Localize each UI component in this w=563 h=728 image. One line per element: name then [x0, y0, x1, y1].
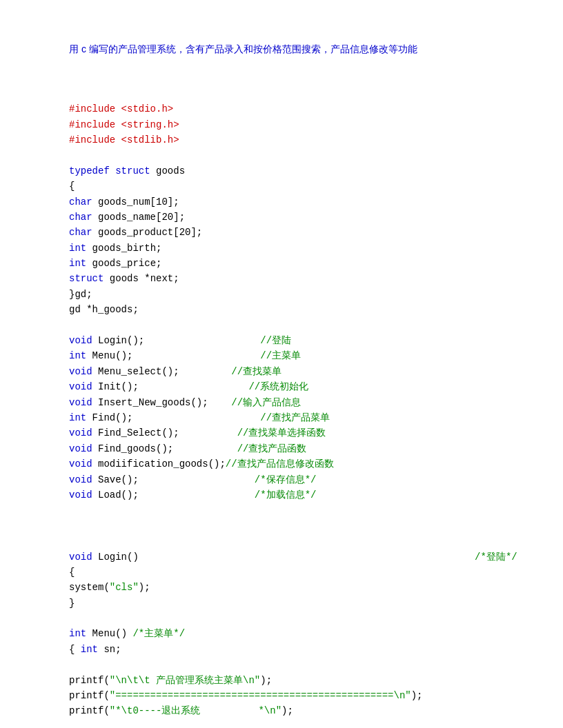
menu-sig: int Menu() /*主菜单*/	[69, 628, 185, 639]
include-1: #include <stdio.h>	[69, 103, 173, 114]
login-system: system("cls");	[69, 582, 150, 593]
login-func-sig: void Login() /*登陆*/	[69, 552, 517, 563]
void-login-decl: void Login(); //登陆	[69, 335, 291, 346]
typedef-line: typedef struct goods	[69, 165, 185, 176]
printf-3: printf("*\t0----退出系统 *\n");	[69, 705, 293, 716]
goods-num: char goods_num[10];	[69, 196, 179, 208]
void-find-goods-decl: void Find_goods(); //查找产品函数	[69, 443, 306, 454]
description: 用 c 编写的产品管理系统，含有产品录入和按价格范围搜索，产品信息修改等功能	[69, 41, 522, 57]
brace-open: {	[69, 181, 75, 192]
goods-product: char goods_product[20];	[69, 227, 202, 238]
login-brace: {	[69, 567, 75, 578]
include-2: #include <string.h>	[69, 119, 179, 130]
goods-price: int goods_price;	[69, 258, 161, 269]
login-close: }	[69, 598, 75, 609]
code-container: #include <stdio.h> #include <string.h> #…	[69, 70, 522, 718]
printf-1: printf("\n\t\t 产品管理系统主菜单\n");	[69, 675, 272, 686]
goods-name: char goods_name[20];	[69, 212, 185, 223]
include-3: #include <stdlib.h>	[69, 134, 179, 145]
goods-next: struct goods *next;	[69, 273, 179, 284]
void-menu-select-decl: void Menu_select(); //查找菜单	[69, 366, 282, 377]
void-load-decl: void Load(); /*加载信息*/	[69, 489, 316, 501]
goods-end: }gd;	[69, 289, 92, 300]
goods-birth: int goods_birth;	[69, 243, 161, 254]
void-init-decl: void Init(); //系统初始化	[69, 381, 308, 392]
menu-intsn: { int sn;	[69, 644, 121, 655]
printf-2: printf("================================…	[69, 690, 423, 701]
h-goods: gd *h_goods;	[69, 304, 139, 315]
void-insert-decl: void Insert_New_goods(); //输入产品信息	[69, 397, 301, 408]
int-find-decl: int Find(); //查找产品菜单	[69, 412, 330, 423]
void-find-select-decl: void Find_Select(); //查找菜单选择函数	[69, 427, 326, 438]
void-modi-decl: void modiification_goods();//查找产品信息修改函数	[69, 458, 334, 469]
void-save-decl: void Save(); /*保存信息*/	[69, 474, 316, 485]
int-menu-decl: int Menu(); //主菜单	[69, 350, 301, 361]
